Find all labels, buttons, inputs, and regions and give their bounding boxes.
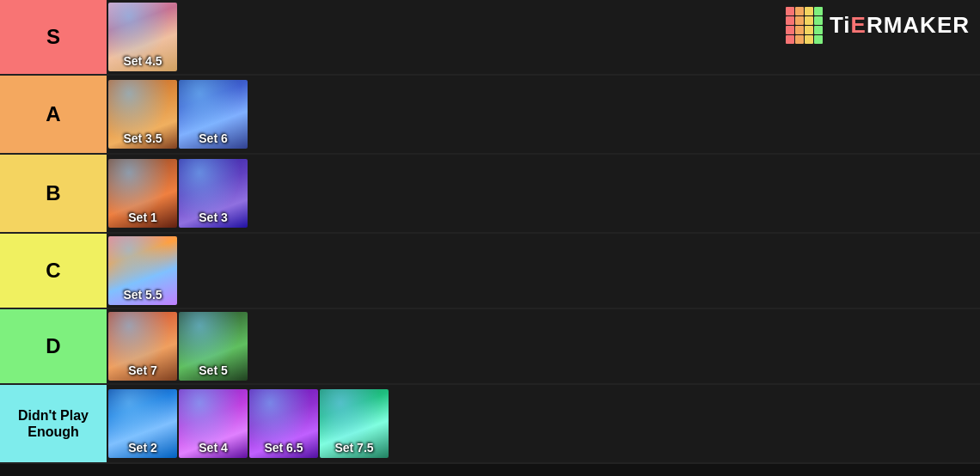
tier-item-set6[interactable]: Set 6 [179, 80, 248, 149]
item-label-set55: Set 5.5 [108, 288, 177, 302]
tier-item-set2[interactable]: Set 2 [108, 389, 177, 458]
item-label-set35: Set 3.5 [108, 131, 177, 145]
tier-row-dnp: Didn't Play EnoughSet 2Set 4Set 6.5Set 7… [0, 385, 980, 464]
item-label-set4: Set 4 [179, 441, 248, 455]
tier-item-set75[interactable]: Set 7.5 [320, 389, 389, 458]
tier-items-c: Set 5.5 [107, 234, 980, 308]
tier-item-set4[interactable]: Set 4 [179, 389, 248, 458]
tier-row-d: DSet 7Set 5 [0, 309, 980, 385]
item-label-set3: Set 3 [179, 211, 248, 224]
item-label-set75: Set 7.5 [320, 441, 389, 455]
tier-label-b: B [0, 155, 107, 232]
tier-row-b: BSet 1Set 3 [0, 155, 980, 234]
tier-item-set65[interactable]: Set 6.5 [249, 389, 318, 458]
tier-label-d: D [0, 309, 107, 383]
tier-items-b: Set 1Set 3 [107, 155, 980, 232]
tier-item-set55[interactable]: Set 5.5 [108, 236, 177, 305]
item-label-set7: Set 7 [108, 363, 177, 377]
tier-item-set1[interactable]: Set 1 [108, 159, 177, 228]
tier-items-a: Set 3.5Set 6 [107, 76, 980, 153]
tier-label-s: S [0, 0, 107, 74]
tier-row-a: ASet 3.5Set 6 [0, 76, 980, 155]
tier-items-dnp: Set 2Set 4Set 6.5Set 7.5 [107, 385, 980, 462]
tier-label-c: C [0, 234, 107, 308]
tier-items-d: Set 7Set 5 [107, 309, 980, 383]
logo-area: TiERMAKER [786, 7, 970, 44]
item-label-set5: Set 5 [179, 363, 248, 377]
tier-item-set35[interactable]: Set 3.5 [108, 80, 177, 149]
tier-label-a: A [0, 76, 107, 153]
logo-grid-icon [786, 7, 823, 44]
item-label-set6: Set 6 [179, 131, 248, 145]
tier-item-set3[interactable]: Set 3 [179, 159, 248, 228]
tier-item-set5[interactable]: Set 5 [179, 312, 248, 381]
tier-item-set45[interactable]: Set 4.5 [108, 3, 177, 71]
item-label-set65: Set 6.5 [249, 441, 318, 455]
tier-item-set7[interactable]: Set 7 [108, 312, 177, 381]
tier-row-c: CSet 5.5 [0, 234, 980, 309]
tier-list: TiERMAKER SSet 4.5ASet 3.5Set 6BSet 1Set… [0, 0, 980, 476]
tier-label-dnp: Didn't Play Enough [0, 385, 107, 462]
tiermaker-logo-text: TiERMAKER [830, 12, 970, 39]
item-label-set1: Set 1 [108, 211, 177, 224]
item-label-set2: Set 2 [108, 441, 177, 455]
item-label-set45: Set 4.5 [108, 54, 177, 68]
